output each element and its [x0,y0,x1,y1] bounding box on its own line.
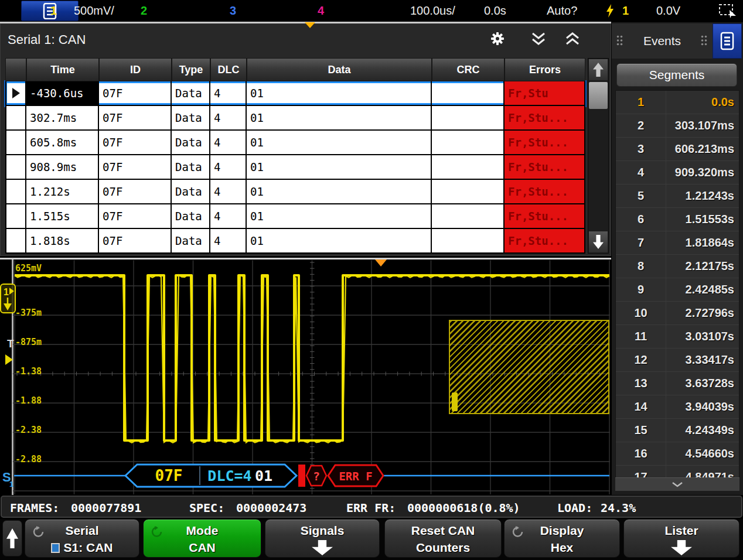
segments-scroll-more[interactable] [615,477,739,491]
segment-time: 4.54660s [666,442,739,465]
chevron-double-down-icon[interactable] [531,32,546,46]
segment-index: 6 [616,208,666,231]
row-time-cell: 1.515s [26,204,99,228]
softkey-signals[interactable]: Signals [265,519,380,558]
row-data-cell: 01 [247,204,432,228]
lister-table-row[interactable]: -430.6us 07F Data 4 01 Fr,Stu [5,81,585,106]
channel-3-number[interactable]: 3 [230,4,236,18]
segment-row[interactable]: 10 2.72796s [616,302,739,325]
segments-button[interactable]: Segments [616,63,737,87]
row-marker-cell [5,155,26,179]
scroll-up-button[interactable] [589,59,608,80]
main-menu-button[interactable] [21,1,79,21]
segment-row[interactable]: 1 0.0s [616,91,739,114]
segment-time: 3.63728s [666,372,739,395]
row-crc-cell [432,81,505,105]
col-id[interactable]: ID [99,58,172,81]
softkey-reset-can-counters[interactable]: Reset CAN Counters [384,519,502,558]
channel-1-scale[interactable]: 500mV/ [74,4,114,18]
trigger-time-marker[interactable] [375,259,387,267]
segment-row[interactable]: 6 1.51553s [616,208,739,231]
lister-table-row[interactable]: 1.212s 07F Data 4 01 Fr,Stu... [5,180,585,204]
segment-time: 2.42485s [666,278,739,301]
scroll-thumb[interactable] [589,82,608,109]
softkey-mode[interactable]: Mode CAN [143,519,261,558]
timebase-setting[interactable]: 100.0us/ [410,4,455,18]
axis-tick-label: -1.38 [15,366,42,377]
col-time[interactable]: Time [26,58,99,81]
softkey-serial[interactable]: Serial S1: CAN [25,519,139,558]
softkey-mode-value: CAN [189,541,216,555]
lister-scrollbar[interactable] [588,58,609,254]
segment-row[interactable]: 4 909.320ms [616,161,739,185]
segment-time: 606.213ms [666,138,739,161]
softkey-menu: Serial S1: CAN Mode CAN Signals Reset CA… [0,519,743,560]
softkey-display[interactable]: Display Hex [504,519,620,558]
segment-row[interactable]: 5 1.21243s [616,185,739,208]
row-dlc-cell: 4 [210,106,247,129]
lister-table-header: Time ID Type DLC Data CRC Errors [5,58,585,81]
col-crc[interactable]: CRC [432,58,505,81]
trigger-position-marker[interactable] [305,22,315,28]
channel-4-number[interactable]: 4 [318,4,324,18]
row-dlc-cell: 4 [210,81,247,105]
menu-back-button[interactable] [2,520,22,556]
row-dlc-cell: 4 [210,229,247,252]
segment-row[interactable]: 14 3.94039s [616,395,739,419]
lister-sidebar-tab[interactable] [713,23,742,59]
lister-table-row[interactable]: 1.515s 07F Data 4 01 Fr,Stu... [5,204,585,229]
segment-row[interactable]: 7 1.81864s [616,231,739,255]
trigger-time-label: T [7,337,14,350]
col-data[interactable]: Data [247,58,432,81]
lister-table-row[interactable]: 302.7ms 07F Data 4 01 Fr,Stu... [5,106,585,131]
segment-row[interactable]: 2 303.107ms [616,114,739,138]
segment-index: 2 [616,114,666,137]
events-header[interactable]: Events [612,23,713,59]
row-data-cell: 01 [247,180,432,203]
segment-row[interactable]: 15 4.24349s [616,419,739,442]
scroll-down-button[interactable] [589,231,608,252]
col-dlc[interactable]: DLC [210,58,247,81]
row-type-cell: Data [172,81,210,105]
segment-row[interactable]: 9 2.42485s [616,278,739,302]
lister-table-row[interactable]: 908.9ms 07F Data 4 01 Fr,Stu... [5,155,585,180]
delay-setting[interactable]: 0.0s [484,4,506,18]
segment-row[interactable]: 12 3.33417s [616,349,739,372]
channel-2-number[interactable]: 2 [141,4,147,18]
segment-time: 0.0s [666,91,739,114]
softkey-lister[interactable]: Lister [623,519,739,558]
error-marker-bar [298,465,305,487]
row-type-cell: Data [172,204,210,228]
serial-on-checkbox-icon [51,543,60,553]
col-errors[interactable]: Errors [505,58,585,81]
segment-index: 12 [616,349,666,371]
submenu-arrow-icon [671,540,692,555]
segment-hatched-region [449,320,609,414]
channel-1-number[interactable]: 1 [50,4,57,18]
settings-gear-icon[interactable] [490,32,505,46]
lister-table: Time ID Type DLC Data CRC Errors -430.6u… [5,58,585,254]
chevron-double-up-icon[interactable] [565,32,580,46]
channel-1-ground-marker[interactable]: 1 [0,284,16,314]
col-type[interactable]: Type [172,58,210,81]
lister-table-row[interactable]: 1.818s 07F Data 4 01 Fr,Stu... [5,229,585,254]
trigger-mode[interactable]: Auto? [547,4,577,18]
segment-row[interactable]: 3 606.213ms [616,138,739,161]
drag-grip-icon[interactable] [701,35,707,46]
region-select-icon[interactable] [718,4,737,19]
segment-row[interactable]: 11 3.03107s [616,325,739,349]
spec-value: 0000002473 [236,501,306,515]
segment-row[interactable]: 16 4.54660s [616,442,739,466]
segment-time: 3.94039s [666,395,739,418]
frames-label: FRAMES: [10,501,59,515]
drag-grip-icon[interactable] [616,35,623,46]
unknown-field-value: ? [313,469,320,483]
row-data-cell: 01 [247,81,432,105]
segment-row[interactable]: 13 3.63728s [616,372,739,395]
trigger-level-marker[interactable] [5,354,13,365]
segment-row[interactable]: 8 2.12175s [616,255,739,278]
trigger-level[interactable]: 0.0V [656,4,680,18]
trigger-source[interactable]: 1 [622,4,629,18]
row-marker-cell [5,81,26,105]
lister-table-row[interactable]: 605.8ms 07F Data 4 01 Fr,Stu... [5,131,585,155]
